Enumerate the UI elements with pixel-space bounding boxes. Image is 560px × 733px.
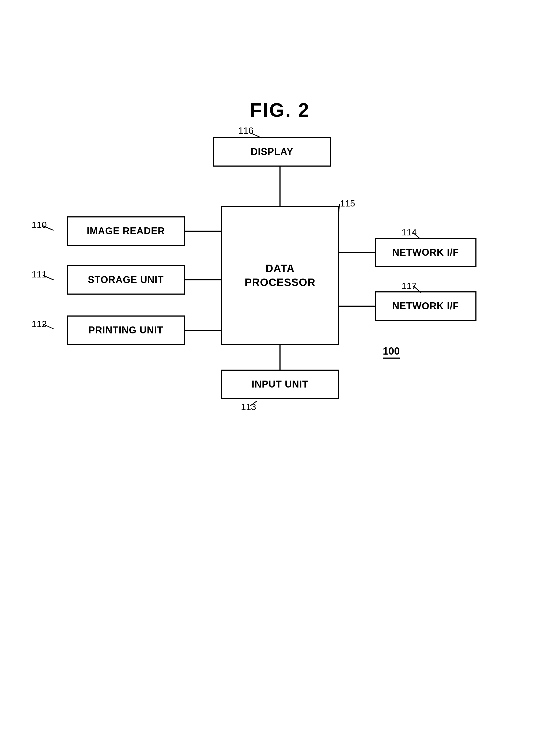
image-reader-box: IMAGE READER: [67, 216, 185, 246]
ref-113: 113: [241, 402, 256, 412]
diagram-title: FIG. 2: [250, 99, 310, 121]
ref-110: 110: [32, 220, 47, 230]
storage-unit-label: STORAGE UNIT: [88, 274, 164, 285]
ref-100: 100: [383, 345, 400, 358]
svg-line-2: [339, 204, 339, 211]
ref-115: 115: [340, 198, 355, 209]
display-box: DISPLAY: [213, 137, 331, 167]
ref-117: 117: [402, 281, 417, 291]
ref-116: 116: [238, 125, 253, 136]
printing-unit-label: PRINTING UNIT: [89, 324, 163, 336]
printing-unit-box: PRINTING UNIT: [67, 315, 185, 345]
ref-111: 111: [32, 269, 47, 279]
data-processor-label: DATA PROCESSOR: [245, 261, 316, 289]
data-processor-box: DATA PROCESSOR: [221, 206, 339, 345]
ref-112: 112: [32, 319, 47, 329]
network-if-2-label: NETWORK I/F: [392, 300, 459, 312]
network-if-1-box: NETWORK I/F: [375, 238, 476, 267]
input-unit-label: INPUT UNIT: [252, 379, 308, 390]
image-reader-label: IMAGE READER: [87, 225, 165, 237]
ref-114: 114: [402, 227, 417, 237]
display-label: DISPLAY: [251, 146, 293, 157]
storage-unit-box: STORAGE UNIT: [67, 265, 185, 294]
network-if-2-box: NETWORK I/F: [375, 291, 476, 321]
input-unit-box: INPUT UNIT: [221, 370, 339, 399]
network-if-1-label: NETWORK I/F: [392, 247, 459, 258]
